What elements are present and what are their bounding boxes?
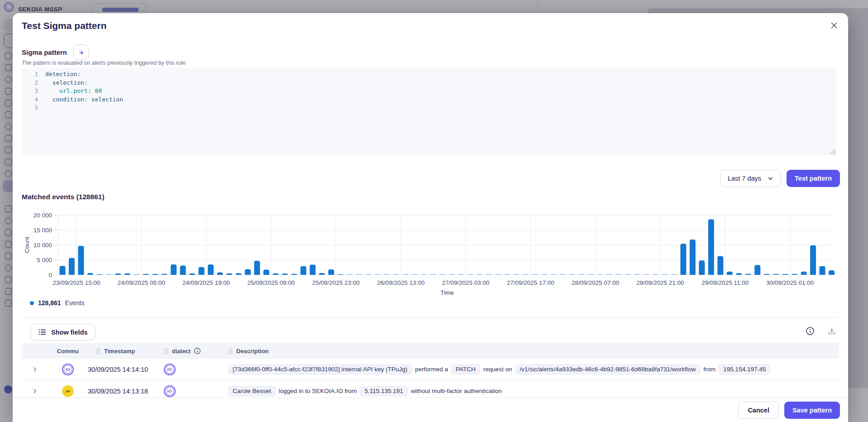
community-avatar-yellow bbox=[61, 384, 75, 398]
line-number: 2 bbox=[22, 79, 45, 87]
svg-text:24/09/2025 05:00: 24/09/2025 05:00 bbox=[118, 279, 165, 286]
line-number: 5 bbox=[22, 104, 45, 112]
show-fields-button[interactable]: Show fields bbox=[31, 324, 95, 340]
editor-line: 1detection: bbox=[22, 70, 836, 79]
info-icon bbox=[806, 326, 815, 336]
modal-title: Test Sigma pattern bbox=[22, 20, 106, 31]
editor-line: 3 url.port: 80 bbox=[22, 87, 836, 96]
svg-text:25/09/2025 09:00: 25/09/2025 09:00 bbox=[247, 279, 295, 286]
editor-line: 2 selection: bbox=[22, 79, 836, 87]
cancel-button[interactable]: Cancel bbox=[738, 402, 779, 419]
dialect-cell: IO bbox=[161, 364, 225, 375]
timestamp-cell: 30/09/2025 14:13:18 bbox=[88, 388, 161, 395]
save-pattern-button[interactable]: Save pattern bbox=[784, 402, 840, 419]
description-cell: [73d366f0-0ff0-44c5-afcc-f23f7f831902] i… bbox=[225, 364, 839, 374]
svg-text:30/09/2025 01:00: 30/09/2025 01:00 bbox=[766, 279, 814, 286]
table-row: IO30/09/2025 14:14:10IO[73d366f0-0ff0-44… bbox=[22, 359, 839, 380]
sparkle-icon bbox=[77, 48, 86, 57]
chevron-down-icon bbox=[768, 176, 773, 182]
drag-handle-icon[interactable] bbox=[96, 348, 101, 355]
code-text: selection: bbox=[45, 79, 88, 87]
drag-handle-icon[interactable] bbox=[228, 348, 233, 355]
dialect-cell: IO bbox=[161, 385, 225, 397]
sigma-pattern-editor[interactable]: 1detection:2 selection:3 url.port: 804 c… bbox=[22, 68, 836, 155]
controls-row: Last 7 days Test pattern bbox=[720, 170, 840, 187]
timestamp-cell: 30/09/2025 14:14:10 bbox=[88, 366, 161, 373]
expand-row-button[interactable] bbox=[30, 364, 40, 374]
ai-assist-button[interactable] bbox=[73, 44, 89, 60]
svg-text:0: 0 bbox=[48, 272, 52, 278]
expand-row-icon bbox=[32, 388, 38, 394]
editor-line: 5 bbox=[22, 104, 836, 112]
field-list-icon bbox=[38, 329, 46, 336]
download-icon bbox=[827, 326, 836, 336]
svg-text:20 000: 20 000 bbox=[33, 212, 52, 219]
table-header-row: CommuTimestampdialectDescription bbox=[22, 343, 839, 359]
show-fields-label: Show fields bbox=[51, 329, 88, 336]
svg-text:24/09/2025 19:00: 24/09/2025 19:00 bbox=[182, 279, 230, 286]
description-text: request on bbox=[483, 366, 512, 373]
line-number: 4 bbox=[22, 96, 45, 104]
close-button[interactable] bbox=[827, 19, 841, 32]
description-badge: 5.115.135.191 bbox=[360, 386, 407, 396]
table-row: 30/09/2025 14:13:18IOCarole Bessetlogged… bbox=[22, 380, 839, 398]
events-chart: 20 00015 00010 0005 000023/09/2025 15:00… bbox=[22, 207, 838, 300]
sekoia-io-avatar: IO bbox=[62, 364, 74, 375]
expand-row-button[interactable] bbox=[30, 386, 40, 396]
svg-text:29/09/2025 11:00: 29/09/2025 11:00 bbox=[701, 279, 749, 286]
pattern-label: Sigma pattern bbox=[22, 48, 67, 56]
description-text: logged in to SEKOIA.IO from bbox=[279, 388, 357, 394]
column-header-timestamp[interactable]: Timestamp bbox=[88, 348, 161, 355]
line-number: 3 bbox=[22, 87, 45, 96]
svg-text:5 000: 5 000 bbox=[37, 257, 52, 264]
svg-text:23/09/2025 15:00: 23/09/2025 15:00 bbox=[52, 279, 100, 286]
matched-events-table: CommuTimestampdialectDescriptionIO30/09/… bbox=[22, 343, 839, 398]
svg-text:25/09/2025 23:00: 25/09/2025 23:00 bbox=[312, 279, 360, 286]
svg-text:28/09/2025 21:00: 28/09/2025 21:00 bbox=[636, 279, 684, 286]
description-text: without multi-factor authentication bbox=[411, 388, 502, 394]
column-header-commu[interactable]: Commu bbox=[48, 348, 88, 355]
test-sigma-pattern-modal: Test Sigma pattern Sigma pattern The pat… bbox=[13, 13, 848, 422]
download-button[interactable] bbox=[827, 326, 836, 336]
close-icon bbox=[830, 22, 838, 29]
legend-dot-icon bbox=[30, 301, 34, 305]
description-text: from bbox=[703, 366, 715, 373]
table-info-button[interactable] bbox=[806, 326, 815, 336]
pattern-label-row: Sigma pattern bbox=[22, 44, 89, 60]
column-header-dialect[interactable]: dialect bbox=[161, 347, 225, 355]
info-icon[interactable] bbox=[194, 347, 201, 355]
legend-count: 128,861 bbox=[38, 299, 61, 307]
modal-footer: Cancel Save pattern bbox=[13, 398, 848, 422]
editor-line: 4 condition: selection bbox=[22, 96, 836, 104]
sekoia-io-avatar: IO bbox=[164, 364, 176, 375]
community-cell: IO bbox=[48, 364, 88, 375]
section-divider bbox=[22, 317, 838, 318]
code-text: condition: selection bbox=[45, 96, 123, 104]
column-header-description[interactable]: Description bbox=[225, 348, 839, 355]
legend-label: Events bbox=[65, 299, 85, 307]
description-cell: Carole Bessetlogged in to SEKOIA.IO from… bbox=[225, 386, 839, 396]
expand-row-icon bbox=[32, 366, 38, 373]
svg-text:15 000: 15 000 bbox=[33, 227, 52, 234]
drag-handle-icon[interactable] bbox=[164, 348, 169, 355]
matched-events-heading: Matched events (128861) bbox=[22, 193, 105, 201]
time-range-value: Last 7 days bbox=[728, 175, 761, 182]
description-badge: PATCH bbox=[451, 364, 480, 374]
svg-text:Time: Time bbox=[440, 289, 454, 296]
svg-text:10 000: 10 000 bbox=[33, 242, 52, 249]
code-text: detection: bbox=[45, 70, 81, 79]
description-text: performed a bbox=[415, 366, 448, 373]
svg-text:28/09/2025 07:00: 28/09/2025 07:00 bbox=[572, 279, 619, 286]
svg-text:26/09/2025 13:00: 26/09/2025 13:00 bbox=[377, 279, 424, 286]
svg-text:27/09/2025 17:00: 27/09/2025 17:00 bbox=[507, 279, 554, 286]
resize-handle[interactable] bbox=[830, 149, 835, 154]
chart-legend[interactable]: 128,861 Events bbox=[30, 299, 84, 307]
time-range-select[interactable]: Last 7 days bbox=[720, 170, 781, 187]
description-badge: [73d366f0-0ff0-44c5-afcc-f23f7f831902] i… bbox=[228, 364, 412, 374]
community-cell bbox=[48, 385, 88, 397]
test-pattern-button[interactable]: Test pattern bbox=[787, 170, 840, 187]
sekoia-io-avatar: IO bbox=[164, 385, 176, 397]
svg-text:27/09/2025 03:00: 27/09/2025 03:00 bbox=[442, 279, 489, 286]
table-tools bbox=[806, 326, 836, 336]
pattern-hint: The pattern is evaluated on alerts previ… bbox=[22, 60, 186, 66]
